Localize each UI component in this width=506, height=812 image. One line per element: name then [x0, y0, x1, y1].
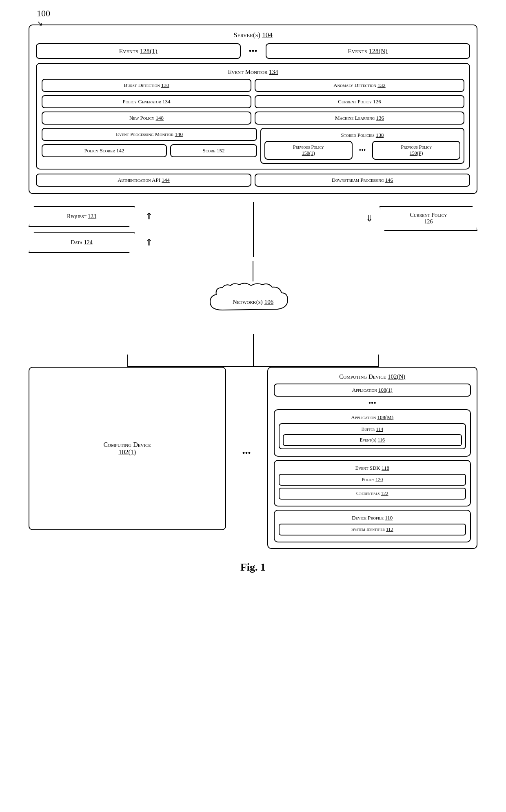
request-para: Request 123: [29, 206, 135, 227]
auth-api-box: Authentication API 144: [36, 174, 251, 187]
prev-policy-2: Previous Policy 150(P): [372, 141, 460, 160]
device-profile-box: Device Profile 110 System Identifier 112: [274, 510, 471, 542]
current-policy-box: Current Policy 126: [255, 95, 464, 108]
bottom-section: Computing Device 102(1) ••• Computing De…: [29, 367, 477, 549]
events-row: Events 128(1) ••• Events 128(N): [36, 43, 470, 59]
right-branch-down: [378, 355, 379, 367]
app-m-box: Application 108(M) Buffer 114 Event(s) 1…: [274, 409, 471, 457]
v-line-to-network: [253, 261, 253, 281]
events-right-box: Events 128(N): [266, 43, 470, 59]
em-top-grid: Burst Detection 130 Anomaly Detection 13…: [42, 79, 464, 92]
event-monitor-box: Event Monitor 134 Burst Detection 130 An…: [36, 63, 470, 170]
network-bottom-connector: [29, 334, 477, 367]
event-sdk-title: Event SDK 118: [279, 465, 466, 471]
bottom-dots: •••: [242, 367, 251, 458]
anomaly-detection-box: Anomaly Detection 132: [255, 79, 464, 92]
em-second-grid: Policy Generator 134 Current Policy 126: [42, 95, 464, 108]
stored-policies-box: Stored Policies 138 Previous Policy 150(…: [260, 128, 464, 164]
machine-learning-box: Machine Learning 136: [255, 112, 464, 125]
current-policy-para-container: ⇓ Current Policy 126: [366, 206, 477, 231]
events-left-box: Events 128(1): [36, 43, 241, 59]
downstream-box: Downstream Processing 146: [255, 174, 470, 187]
buffer-box: Buffer 114 Event(s) 116: [279, 423, 466, 449]
connector-area: [29, 261, 477, 281]
network-container: Network(s) 106: [29, 281, 477, 322]
v-line-bottom: [253, 334, 254, 367]
stored-policies-inner: Previous Policy 150(1) ••• Previous Poli…: [264, 141, 460, 160]
em-bottom-row: Event Processing Monitor 140 Policy Scor…: [42, 128, 464, 164]
events-box: Event(s) 116: [283, 434, 462, 446]
policy-generator-box: Policy Generator 134: [42, 95, 251, 108]
server-title: Server(s) 104: [36, 31, 470, 39]
server-box: Server(s) 104 Events 128(1) ••• Events 1…: [29, 25, 477, 194]
score-box: Score 152: [170, 144, 257, 157]
data-para: Data 124: [29, 232, 135, 253]
policy-inner-box: Policy 120: [279, 474, 466, 486]
policy-scorer-row: Policy Scorer 142 Score 152: [42, 144, 257, 157]
left-branch-down: [127, 355, 128, 367]
computing-device-1-title: Computing Device 102(1): [103, 441, 151, 456]
request-para-row: Request 123 ⇑: [29, 206, 153, 227]
credentials-box: Credentials 122: [279, 488, 466, 500]
new-policy-box: New Policy 148: [42, 112, 251, 125]
data-para-row: Data 124 ⇑: [29, 232, 153, 253]
device-profile-title: Device Profile 110: [279, 515, 466, 521]
burst-detection-box: Burst Detection 130: [42, 79, 251, 92]
event-monitor-title: Event Monitor 134: [42, 69, 464, 76]
computing-device-n-box: Computing Device 102(N) Application 108(…: [267, 367, 477, 549]
event-sdk-box: Event SDK 118 Policy 120 Credentials 122: [274, 460, 471, 506]
fig-caption: Fig. 1: [29, 561, 477, 586]
left-paras: Request 123 ⇑ Data 124 ⇑: [29, 206, 153, 253]
computing-device-1-box: Computing Device 102(1): [29, 367, 226, 530]
para-section: Request 123 ⇑ Data 124 ⇑ ⇓: [29, 206, 477, 253]
system-identifier-box: System Identifier 112: [279, 524, 466, 535]
auth-downstream-row: Authentication API 144 Downstream Proces…: [36, 174, 470, 187]
v-connector: [253, 202, 254, 257]
cd-n-title: Computing Device 102(N): [274, 373, 471, 380]
current-policy-para: Current Policy 126: [380, 206, 477, 231]
request-arrow: ⇑: [145, 211, 153, 222]
policy-scorer-box: Policy Scorer 142: [42, 144, 167, 157]
em-third-grid: New Policy 148 Machine Learning 136: [42, 112, 464, 125]
app-1-box: Application 108(1): [274, 384, 471, 397]
app-dots: •••: [274, 399, 471, 408]
stored-policies-title: Stored Policies 138: [264, 132, 460, 138]
app-m-title: Application 108(M): [279, 414, 466, 421]
cloud-container: Network(s) 106: [206, 281, 300, 322]
data-arrow: ⇑: [145, 237, 153, 248]
events-dots: •••: [241, 47, 266, 56]
em-left-col: Event Processing Monitor 140 Policy Scor…: [42, 128, 257, 164]
prev-policy-1: Previous Policy 150(1): [264, 141, 353, 160]
network-label: Network(s) 106: [233, 298, 273, 305]
ep-monitor-box: Event Processing Monitor 140: [42, 128, 257, 141]
current-policy-arrow-down: ⇓: [366, 213, 373, 224]
